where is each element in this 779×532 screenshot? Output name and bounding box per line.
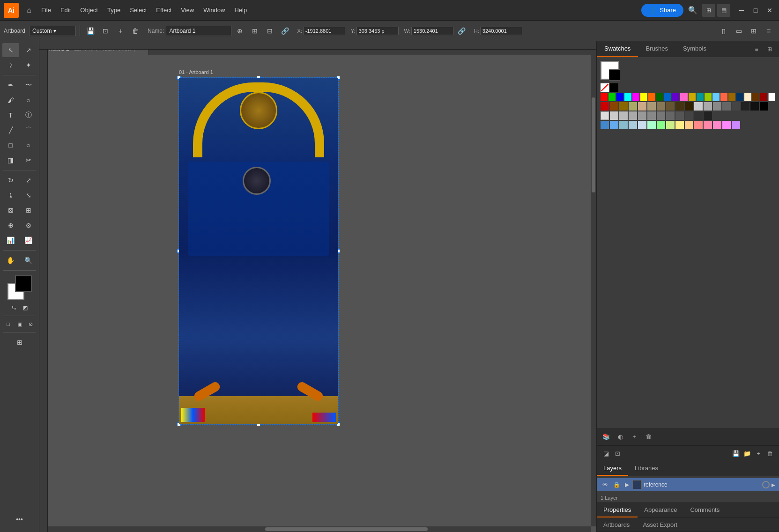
- swatch-sky[interactable]: [712, 93, 720, 101]
- y-input[interactable]: [356, 27, 399, 35]
- swatch-green-bright[interactable]: [608, 93, 616, 101]
- vertical-type-tool[interactable]: Ⓣ: [20, 108, 37, 122]
- menu-edit[interactable]: Edit: [57, 5, 74, 15]
- tab-properties[interactable]: Properties: [597, 503, 638, 517]
- more-tools-icon[interactable]: •••: [11, 512, 28, 526]
- direct-selection-tool[interactable]: ↗: [20, 43, 37, 57]
- canvas-area[interactable]: Untitled-1* 12.46 % (RGB/Preview) ✕ ▸ 01…: [39, 41, 596, 532]
- delete-swatch-icon[interactable]: 🗑: [643, 431, 654, 442]
- target-icon[interactable]: ⊕: [233, 24, 246, 37]
- grid-view-icon[interactable]: ⊞: [702, 4, 715, 17]
- swatch-none[interactable]: [601, 83, 609, 92]
- swatch-dk17[interactable]: [750, 102, 759, 111]
- zoom-tool[interactable]: 🔍: [20, 253, 37, 267]
- swatch-b15[interactable]: [732, 121, 740, 129]
- none-mode-icon[interactable]: ⊘: [26, 319, 36, 329]
- swatch-pink[interactable]: [680, 93, 687, 101]
- arrange-icon[interactable]: ⊞: [747, 24, 760, 37]
- selection-tool[interactable]: ↖: [2, 43, 19, 57]
- swatch-gold[interactable]: [689, 93, 696, 101]
- color-mode-icon[interactable]: □: [3, 319, 14, 329]
- swatch-blue-bright[interactable]: [616, 93, 623, 101]
- delete-artboard-icon[interactable]: 🗑: [129, 24, 142, 37]
- swatch-gray8[interactable]: [666, 111, 675, 120]
- swatch-b12[interactable]: [704, 121, 712, 129]
- swatch-dk18[interactable]: [760, 102, 768, 111]
- swatch-b6[interactable]: [647, 121, 656, 129]
- tab-swatches[interactable]: Swatches: [597, 41, 638, 57]
- swatch-olive[interactable]: [728, 93, 735, 101]
- new-swatch-icon[interactable]: +: [629, 431, 640, 442]
- swatch-red[interactable]: [601, 93, 608, 101]
- menu-window[interactable]: Window: [200, 5, 229, 15]
- horizontal-scroll-thumb[interactable]: [265, 527, 428, 531]
- swatch-yellow[interactable]: [640, 93, 647, 101]
- rectangle-tool[interactable]: □: [2, 138, 19, 152]
- swatch-dk11[interactable]: [694, 102, 703, 111]
- close-button[interactable]: ✕: [764, 5, 775, 16]
- maximize-button[interactable]: □: [750, 5, 761, 16]
- vertical-scrollbar[interactable]: [591, 50, 596, 526]
- swatch-gray3[interactable]: [619, 111, 628, 120]
- swatch-b2[interactable]: [610, 121, 618, 129]
- mesh-tool[interactable]: ⊞: [20, 203, 37, 217]
- menu-effect[interactable]: Effect: [152, 5, 175, 15]
- paintbrush-tool[interactable]: 🖌: [2, 93, 19, 107]
- swatch-dk15[interactable]: [732, 102, 740, 111]
- home-icon[interactable]: ⌂: [22, 4, 36, 17]
- magic-wand-tool[interactable]: ✦: [20, 58, 37, 72]
- vertical-scroll-thumb[interactable]: [592, 97, 595, 193]
- layer-item-reference[interactable]: 👁 🔒 ▶ reference ▶: [597, 478, 779, 491]
- orientation-portrait-icon[interactable]: ▯: [717, 24, 730, 37]
- swatch-b3[interactable]: [619, 121, 628, 129]
- swatch-gray12[interactable]: [704, 111, 712, 120]
- tab-layers[interactable]: Layers: [597, 461, 628, 476]
- blob-brush-tool[interactable]: ○: [20, 93, 37, 107]
- swatch-brown[interactable]: [752, 93, 759, 101]
- swatch-navy[interactable]: [736, 93, 743, 101]
- swatch-maroon[interactable]: [760, 93, 767, 101]
- swatch-gray2[interactable]: [610, 111, 618, 120]
- layers-action-2[interactable]: ⊡: [612, 448, 623, 459]
- swatch-dk1[interactable]: [601, 102, 609, 111]
- artboard-preset-dropdown[interactable]: Custom ▾: [29, 26, 76, 36]
- panel-view-icon[interactable]: ▤: [717, 4, 730, 17]
- swatch-preview[interactable]: [601, 61, 619, 80]
- swatch-gray4[interactable]: [629, 111, 637, 120]
- swatch-b10[interactable]: [685, 121, 693, 129]
- swatch-lime[interactable]: [705, 93, 712, 101]
- eraser-tool[interactable]: ◨: [2, 153, 19, 167]
- swatch-dk6[interactable]: [647, 102, 656, 111]
- layer-visibility-icon[interactable]: 👁: [601, 481, 610, 488]
- artboard-name-input[interactable]: [166, 26, 231, 36]
- menu-type[interactable]: Type: [104, 5, 124, 15]
- swatch-dk12[interactable]: [704, 102, 712, 111]
- swatch-dk2[interactable]: [610, 102, 618, 111]
- swatch-b9[interactable]: [675, 121, 684, 129]
- lock-aspect-icon[interactable]: 🔗: [455, 24, 468, 37]
- ellipse-tool[interactable]: ○: [20, 138, 37, 152]
- swatch-b13[interactable]: [713, 121, 721, 129]
- swatch-dk5[interactable]: [638, 102, 646, 111]
- column-graph-tool[interactable]: 📈: [20, 233, 37, 247]
- layers-delete-icon[interactable]: 🗑: [764, 448, 775, 459]
- layers-save-icon[interactable]: 💾: [730, 448, 742, 459]
- horizontal-scrollbar[interactable]: [48, 526, 591, 532]
- swatch-gray11[interactable]: [694, 111, 703, 120]
- pen-tool[interactable]: ✒: [2, 78, 19, 92]
- swatch-dk3[interactable]: [619, 102, 628, 111]
- w-input[interactable]: [411, 27, 453, 35]
- artboard-from-artwork-icon[interactable]: ⊡: [99, 24, 112, 37]
- h-input[interactable]: [480, 27, 522, 35]
- minimize-button[interactable]: ─: [736, 5, 747, 16]
- swatch-b8[interactable]: [666, 121, 675, 129]
- scissors-tool[interactable]: ✂: [20, 153, 37, 167]
- menu-select[interactable]: Select: [126, 5, 150, 15]
- tab-artboards[interactable]: Artboards: [597, 518, 636, 532]
- swatch-blue-mid[interactable]: [664, 93, 671, 101]
- canvas-content[interactable]: 01 - Artboard 1: [48, 64, 591, 526]
- layers-new-icon[interactable]: +: [753, 448, 764, 459]
- layers-action-1[interactable]: ◪: [601, 448, 612, 459]
- add-artboard-icon[interactable]: +: [114, 24, 127, 37]
- type-tool[interactable]: T: [2, 108, 19, 122]
